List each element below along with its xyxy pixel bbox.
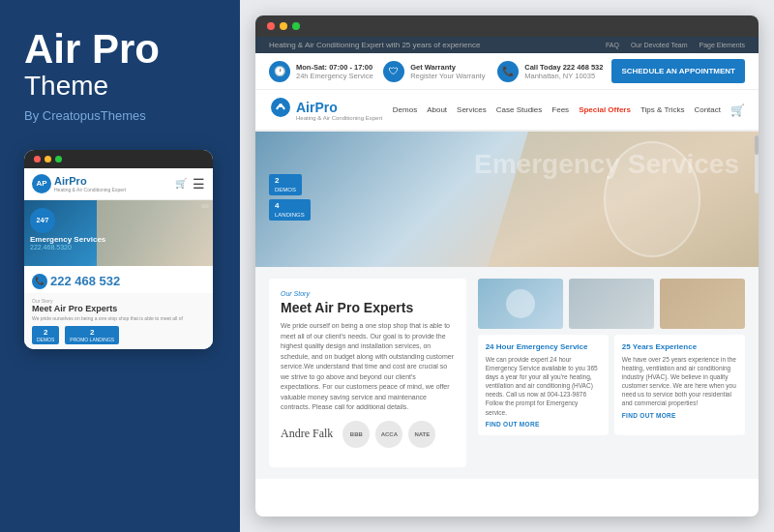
thumbnail-2 [569,279,654,329]
site-logo-sub: Heating & Air Conditioning Expert [296,115,382,121]
info-item-phone: 📞 Call Today 222 468 532 Manhattan, NY 1… [497,61,611,82]
thumbnails-row [478,279,745,329]
nav-services[interactable]: Services [457,105,487,114]
site-navigation: AirPro Heating & Air Conditioning Expert… [255,90,759,132]
feature-emergency-link[interactable]: FIND OUT MORE [486,421,601,428]
mobile-emergency-label: Emergency Services [30,235,105,244]
browser-dot-green [292,22,300,30]
desktop-mockup: Heating & Air Conditioning Expert with 2… [255,15,759,517]
mobile-logo-sub: Heating & Air Conditioning Expert [54,187,126,192]
right-panel: Heating & Air Conditioning Expert with 2… [240,0,774,532]
nav-demos[interactable]: Demos [393,105,417,114]
info-phone-sub: Manhattan, NY 10035 [524,72,603,80]
site-logo: AirPro Heating & Air Conditioning Expert [269,96,382,124]
schedule-appointment-button[interactable]: SCHEDULE AN APPOINTMENT [611,59,745,83]
trust-acca: ACCA [375,421,402,448]
mobile-phone-icon: 📞 [32,274,47,289]
info-warranty-text: Get Warranty Register Your Warranty [410,63,485,80]
experts-section: Our Story Meet Air Pro Experts We pride … [269,279,466,467]
nav-contact[interactable]: Contact [694,105,721,114]
info-warranty-sub: Register Your Warranty [410,72,485,80]
mobile-demo-badges: 2 DEMOS 2 PROMO LANDINGS [32,326,205,344]
mobile-demos-badge[interactable]: 2 DEMOS [32,326,59,344]
mobile-cta-number[interactable]: 222 468 532 [50,274,120,288]
cart-icon[interactable]: 🛒 [730,103,745,117]
feature-experience-title: 25 Years Experience [622,342,737,351]
brand-by: By CreatopusThemes [24,108,216,123]
thumbnail-1 [478,279,563,329]
topbar-faq[interactable]: FAQ [606,42,619,48]
warranty-icon: 🛡 [383,61,404,82]
site-hero: 2DEMOS 4LANDINGS Emergency Services [255,132,759,267]
trust-bbb: BBB [342,421,370,448]
topbar-team[interactable]: Our Devoted Team [631,42,688,48]
mobile-hero: 24⁄7 Emergency Services 222.468.5320 [24,200,213,266]
site-logo-name: AirPro [296,100,382,115]
info-item-hours: 🕐 Mon-Sat: 07:00 - 17:00 24h Emergency S… [269,61,383,82]
hours-icon: 🕐 [269,61,290,82]
hero-demos-count: 2DEMOS [269,174,302,195]
info-item-warranty: 🛡 Get Warranty Register Your Warranty [383,61,497,82]
feature-emergency-title: 24 Hour Emergency Service [486,342,601,351]
thumbnail-3 [660,279,745,329]
hero-demos-badge: 2DEMOS [269,174,311,195]
feature-card-experience: 25 Years Experience We have over 25 year… [614,335,745,435]
mobile-story-title: Meet Air Pro Experts [32,304,205,314]
site-topbar: Heating & Air Conditioning Expert with 2… [255,37,759,53]
experts-label: Our Story [281,290,455,297]
experts-title: Meet Air Pro Experts [281,300,455,315]
feature-experience-link[interactable]: FIND OUT MORE [622,412,737,419]
mobile-cart-icon[interactable]: 🛒 [175,178,187,189]
feature-card-emergency: 24 Hour Emergency Service We can provide… [478,335,609,435]
mobile-dot-yellow [45,156,51,163]
landings-count: 2 [70,328,114,337]
mobile-24-icon: 24⁄7 [30,208,55,233]
right-content: 24 Hour Emergency Service We can provide… [478,279,745,467]
left-panel: Air Pro Theme By CreatopusThemes AP AirP… [0,0,240,532]
mobile-story-section: Our Story Meet Air Pro Experts We pride … [24,293,213,350]
topbar-page-elements[interactable]: Page Elements [700,42,745,48]
hero-landings-count: 4LANDINGS [269,199,311,221]
browser-dot-yellow [280,22,287,30]
nav-tips[interactable]: Tips & Tricks [640,105,684,114]
feature-cards: 24 Hour Emergency Service We can provide… [478,335,745,435]
trust-badges: BBB ACCA NATE [342,421,435,448]
mobile-menu-icon[interactable]: ☰ [193,176,205,192]
mobile-browser-bar [24,150,213,168]
info-hours-sub: 24h Emergency Service [296,72,373,80]
signature-area: Andre Falk BBB ACCA NATE [281,421,455,448]
mobile-nav-icons: 🛒 ☰ [175,176,205,192]
mobile-cta-phone[interactable]: 📞 222 468 532 [32,274,205,289]
topbar-right-links: FAQ Our Devoted Team Page Elements [606,42,745,48]
browser-dot-red [267,22,275,30]
nav-items: Demos About Services Case Studies Fees S… [393,103,745,117]
site-logo-text-block: AirPro Heating & Air Conditioning Expert [296,100,382,121]
mobile-landings-badge[interactable]: 2 PROMO LANDINGS [65,326,119,344]
info-phone-label: Call Today 222 468 532 [524,63,603,72]
feature-experience-text: We have over 25 years experience in the … [622,355,737,408]
hero-landings-badge: 4LANDINGS [269,199,311,221]
nav-fees[interactable]: Fees [551,105,569,114]
mobile-emergency-number[interactable]: 222.468.5320 [30,244,105,251]
mobile-hero-content: 24⁄7 Emergency Services 222.468.5320 [30,208,105,251]
site-logo-icon [269,96,292,124]
nav-special-offers[interactable]: Special Offers [579,105,631,114]
mobile-hero-badge [201,204,209,208]
nav-case-studies[interactable]: Case Studies [496,105,543,114]
mobile-logo-text: AirPro [54,175,126,187]
mobile-header: AP AirPro Heating & Air Conditioning Exp… [24,168,213,200]
nav-about[interactable]: About [427,105,447,114]
mobile-logo-icon: AP [32,174,51,193]
site-content: Our Story Meet Air Pro Experts We pride … [255,267,759,479]
info-phone-text: Call Today 222 468 532 Manhattan, NY 100… [524,63,603,80]
desktop-browser-bar [255,15,759,37]
phone-icon: 📞 [497,61,519,82]
info-hours-label: Mon-Sat: 07:00 - 17:00 [296,63,373,72]
mobile-dot-green [55,156,62,163]
scrollbar[interactable] [755,135,759,193]
hero-text-overlay: Emergency Services [474,151,739,178]
mobile-logo: AP AirPro Heating & Air Conditioning Exp… [32,174,126,193]
scrollbar-thumb[interactable] [755,135,759,155]
hero-emergency-text: Emergency Services [474,151,739,178]
info-warranty-label: Get Warranty [410,63,485,72]
